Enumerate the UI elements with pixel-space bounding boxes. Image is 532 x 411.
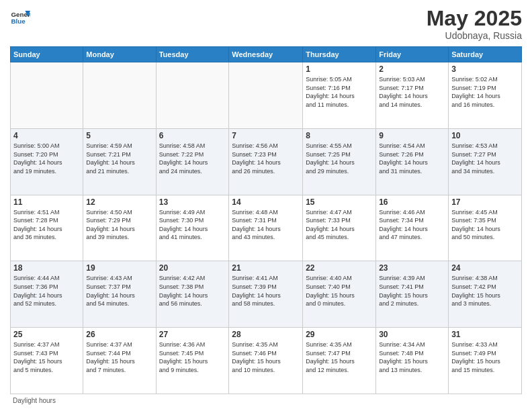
day-number: 25	[13, 330, 80, 339]
day-number: 1	[306, 64, 373, 74]
day-info: Sunrise: 4:39 AM Sunset: 7:41 PM Dayligh…	[379, 274, 445, 308]
day-cell: 3Sunrise: 5:02 AM Sunset: 7:19 PM Daylig…	[449, 62, 522, 129]
day-info: Sunrise: 4:42 AM Sunset: 7:38 PM Dayligh…	[159, 274, 226, 308]
day-number: 11	[13, 197, 80, 207]
day-number: 14	[232, 197, 300, 207]
day-info: Sunrise: 4:37 AM Sunset: 7:44 PM Dayligh…	[86, 340, 152, 374]
day-number: 27	[159, 330, 226, 339]
day-cell: 6Sunrise: 4:58 AM Sunset: 7:22 PM Daylig…	[156, 128, 229, 195]
day-info: Sunrise: 4:46 AM Sunset: 7:34 PM Dayligh…	[379, 208, 445, 242]
day-info: Sunrise: 4:51 AM Sunset: 7:28 PM Dayligh…	[13, 208, 80, 242]
day-cell: 23Sunrise: 4:39 AM Sunset: 7:41 PM Dayli…	[376, 261, 449, 328]
day-cell: 7Sunrise: 4:56 AM Sunset: 7:23 PM Daylig…	[229, 128, 303, 195]
day-cell: 28Sunrise: 4:35 AM Sunset: 7:46 PM Dayli…	[229, 328, 303, 394]
day-info: Sunrise: 5:03 AM Sunset: 7:17 PM Dayligh…	[379, 75, 445, 109]
day-cell: 2Sunrise: 5:03 AM Sunset: 7:17 PM Daylig…	[376, 62, 449, 129]
th-monday: Monday	[83, 47, 156, 62]
week-row-2: 4Sunrise: 5:00 AM Sunset: 7:20 PM Daylig…	[11, 128, 522, 195]
day-cell: 27Sunrise: 4:36 AM Sunset: 7:45 PM Dayli…	[156, 328, 229, 394]
week-row-5: 25Sunrise: 4:37 AM Sunset: 7:43 PM Dayli…	[11, 328, 522, 394]
day-info: Sunrise: 4:38 AM Sunset: 7:42 PM Dayligh…	[451, 274, 519, 308]
day-number: 5	[86, 131, 152, 140]
day-cell: 11Sunrise: 4:51 AM Sunset: 7:28 PM Dayli…	[11, 195, 83, 261]
day-cell: 5Sunrise: 4:59 AM Sunset: 7:21 PM Daylig…	[83, 128, 156, 195]
footer-daylight: Daylight hours	[10, 397, 522, 404]
th-saturday: Saturday	[449, 47, 522, 62]
day-cell: 15Sunrise: 4:47 AM Sunset: 7:33 PM Dayli…	[303, 195, 376, 261]
day-number: 10	[451, 131, 519, 140]
day-number: 19	[86, 263, 152, 273]
month-title: May 2025	[427, 7, 522, 30]
day-number: 12	[86, 197, 152, 207]
day-number: 3	[451, 64, 519, 74]
day-info: Sunrise: 4:53 AM Sunset: 7:27 PM Dayligh…	[451, 142, 519, 175]
day-info: Sunrise: 4:33 AM Sunset: 7:49 PM Dayligh…	[451, 340, 519, 374]
day-number: 2	[379, 64, 445, 74]
day-info: Sunrise: 4:58 AM Sunset: 7:22 PM Dayligh…	[159, 142, 226, 175]
day-number: 13	[159, 197, 226, 207]
day-number: 17	[451, 197, 519, 207]
calendar-table: Sunday Monday Tuesday Wednesday Thursday…	[10, 46, 522, 394]
header: General Blue May 2025 Udobnaya, Russia	[10, 7, 522, 41]
day-info: Sunrise: 4:40 AM Sunset: 7:40 PM Dayligh…	[306, 274, 373, 308]
day-info: Sunrise: 4:50 AM Sunset: 7:29 PM Dayligh…	[86, 208, 152, 242]
svg-text:Blue: Blue	[11, 17, 26, 25]
day-info: Sunrise: 4:35 AM Sunset: 7:46 PM Dayligh…	[232, 340, 300, 374]
day-cell: 14Sunrise: 4:48 AM Sunset: 7:31 PM Dayli…	[229, 195, 303, 261]
day-cell: 13Sunrise: 4:49 AM Sunset: 7:30 PM Dayli…	[156, 195, 229, 261]
week-row-4: 18Sunrise: 4:44 AM Sunset: 7:36 PM Dayli…	[11, 261, 522, 328]
day-cell	[156, 62, 229, 129]
day-info: Sunrise: 4:59 AM Sunset: 7:21 PM Dayligh…	[86, 142, 152, 175]
day-cell: 21Sunrise: 4:41 AM Sunset: 7:39 PM Dayli…	[229, 261, 303, 328]
day-info: Sunrise: 5:05 AM Sunset: 7:16 PM Dayligh…	[306, 75, 373, 109]
day-info: Sunrise: 4:44 AM Sunset: 7:36 PM Dayligh…	[13, 274, 80, 308]
logo-icon: General Blue	[10, 7, 30, 27]
day-number: 28	[232, 330, 300, 339]
day-info: Sunrise: 4:35 AM Sunset: 7:47 PM Dayligh…	[306, 340, 373, 374]
day-cell	[11, 62, 83, 129]
day-cell: 24Sunrise: 4:38 AM Sunset: 7:42 PM Dayli…	[449, 261, 522, 328]
day-cell: 19Sunrise: 4:43 AM Sunset: 7:37 PM Dayli…	[83, 261, 156, 328]
header-row: Sunday Monday Tuesday Wednesday Thursday…	[11, 47, 522, 62]
day-number: 8	[306, 131, 373, 140]
day-info: Sunrise: 4:56 AM Sunset: 7:23 PM Dayligh…	[232, 142, 300, 175]
day-cell: 29Sunrise: 4:35 AM Sunset: 7:47 PM Dayli…	[303, 328, 376, 394]
day-cell: 12Sunrise: 4:50 AM Sunset: 7:29 PM Dayli…	[83, 195, 156, 261]
day-info: Sunrise: 4:55 AM Sunset: 7:25 PM Dayligh…	[306, 142, 373, 175]
day-info: Sunrise: 4:36 AM Sunset: 7:45 PM Dayligh…	[159, 340, 226, 374]
day-number: 29	[306, 330, 373, 339]
day-cell: 16Sunrise: 4:46 AM Sunset: 7:34 PM Dayli…	[376, 195, 449, 261]
day-cell: 20Sunrise: 4:42 AM Sunset: 7:38 PM Dayli…	[156, 261, 229, 328]
day-cell: 31Sunrise: 4:33 AM Sunset: 7:49 PM Dayli…	[449, 328, 522, 394]
day-cell: 8Sunrise: 4:55 AM Sunset: 7:25 PM Daylig…	[303, 128, 376, 195]
day-number: 15	[306, 197, 373, 207]
day-cell	[229, 62, 303, 129]
th-wednesday: Wednesday	[229, 47, 303, 62]
th-sunday: Sunday	[11, 47, 83, 62]
day-info: Sunrise: 4:47 AM Sunset: 7:33 PM Dayligh…	[306, 208, 373, 242]
day-number: 22	[306, 263, 373, 273]
th-tuesday: Tuesday	[156, 47, 229, 62]
day-info: Sunrise: 5:02 AM Sunset: 7:19 PM Dayligh…	[451, 75, 519, 109]
day-number: 26	[86, 330, 152, 339]
day-cell: 18Sunrise: 4:44 AM Sunset: 7:36 PM Dayli…	[11, 261, 83, 328]
day-cell: 22Sunrise: 4:40 AM Sunset: 7:40 PM Dayli…	[303, 261, 376, 328]
day-cell: 30Sunrise: 4:34 AM Sunset: 7:48 PM Dayli…	[376, 328, 449, 394]
day-info: Sunrise: 4:49 AM Sunset: 7:30 PM Dayligh…	[159, 208, 226, 242]
day-number: 23	[379, 263, 445, 273]
day-number: 21	[232, 263, 300, 273]
day-cell: 1Sunrise: 5:05 AM Sunset: 7:16 PM Daylig…	[303, 62, 376, 129]
day-info: Sunrise: 5:00 AM Sunset: 7:20 PM Dayligh…	[13, 142, 80, 175]
day-info: Sunrise: 4:48 AM Sunset: 7:31 PM Dayligh…	[232, 208, 300, 242]
day-cell: 25Sunrise: 4:37 AM Sunset: 7:43 PM Dayli…	[11, 328, 83, 394]
week-row-3: 11Sunrise: 4:51 AM Sunset: 7:28 PM Dayli…	[11, 195, 522, 261]
day-info: Sunrise: 4:37 AM Sunset: 7:43 PM Dayligh…	[13, 340, 80, 374]
day-number: 31	[451, 330, 519, 339]
day-number: 6	[159, 131, 226, 140]
th-friday: Friday	[376, 47, 449, 62]
title-block: May 2025 Udobnaya, Russia	[427, 7, 522, 41]
day-cell: 17Sunrise: 4:45 AM Sunset: 7:35 PM Dayli…	[449, 195, 522, 261]
day-number: 18	[13, 263, 80, 273]
day-cell: 9Sunrise: 4:54 AM Sunset: 7:26 PM Daylig…	[376, 128, 449, 195]
day-number: 7	[232, 131, 300, 140]
